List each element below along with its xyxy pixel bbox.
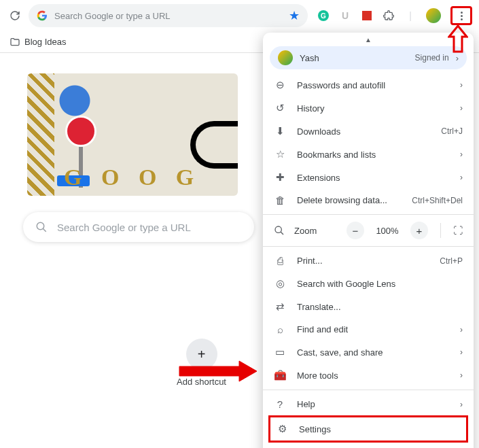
settings-highlight: ⚙Settings [268, 415, 468, 443]
menu-item-help[interactable]: ?Help› [263, 393, 474, 415]
svg-line-1 [43, 228, 46, 232]
menu-item-translate[interactable]: ⇄Translate... [263, 295, 474, 318]
zoom-icon [274, 225, 285, 236]
toolbox-icon: 🧰 [274, 369, 286, 381]
folder-icon [10, 37, 20, 48]
menu-item-bookmarks-and-lists[interactable]: ☆Bookmarks and lists› [263, 143, 474, 166]
chevron-right-icon: › [460, 371, 463, 380]
menu-item-label: Cast, save, and share [297, 347, 449, 358]
zoom-label: Zoom [294, 226, 337, 236]
chevron-right-icon: › [460, 400, 463, 409]
menu-item-label: Bookmarks and lists [297, 150, 449, 160]
help-icon: ? [274, 398, 286, 410]
profile-row[interactable]: Yash Signed in › [270, 46, 467, 69]
menu-shortcut: Ctrl+Shift+Del [412, 196, 463, 205]
download-icon: ⬇ [274, 125, 286, 137]
menu-item-print[interactable]: ⎙Print...Ctrl+P [263, 249, 474, 272]
chevron-right-icon: › [460, 325, 463, 334]
extensions-puzzle-icon[interactable] [383, 10, 395, 22]
zoom-row: Zoom − 100% + ⛶ [263, 218, 474, 243]
zoom-out-button[interactable]: − [347, 222, 364, 239]
chevron-right-icon: › [460, 173, 463, 182]
profile-avatar[interactable] [426, 8, 441, 23]
fullscreen-button[interactable]: ⛶ [453, 225, 463, 236]
star-icon: ☆ [274, 148, 286, 160]
chevron-right-icon: › [460, 150, 463, 159]
cast-icon: ▭ [274, 346, 286, 358]
zoom-in-button[interactable]: + [410, 222, 428, 239]
menu-item-extensions[interactable]: ✚Extensions› [263, 166, 474, 189]
extension-u-icon[interactable]: U [339, 10, 351, 22]
annotation-arrow-right [177, 360, 258, 383]
menu-item-label: Search with Google Lens [297, 279, 463, 289]
chevron-up-icon[interactable]: ▲ [263, 37, 474, 44]
menu-item-find-and-edit[interactable]: ⌕Find and edit› [263, 318, 474, 341]
reload-button[interactable] [7, 7, 23, 24]
trash-icon: 🗑 [274, 194, 286, 206]
avatar-icon [278, 50, 293, 65]
menu-item-exit[interactable]: ⎋Exit [263, 443, 474, 448]
reload-icon [9, 10, 21, 22]
annotation-arrow-up [448, 24, 468, 54]
chevron-right-icon: › [460, 347, 463, 357]
bookmark-folder[interactable]: Blog Ideas [24, 37, 66, 47]
translate-icon: ⇄ [274, 300, 286, 313]
menu-item-label: Delete browsing data... [297, 195, 401, 205]
browser-toolbar: Search Google or type a URL ★ G U | [0, 0, 479, 31]
menu-item-label: Print... [297, 256, 429, 266]
zoom-value: 100% [374, 226, 401, 236]
menu-item-passwords-and-autofill[interactable]: ⊖Passwords and autofill› [263, 73, 474, 97]
search-icon [35, 221, 48, 233]
gear-icon: ⚙ [276, 423, 288, 435]
menu-item-search-with-google-lens[interactable]: ◎Search with Google Lens [263, 272, 474, 295]
menu-item-more-tools[interactable]: 🧰More tools› [263, 364, 474, 387]
menu-item-label: Help [297, 399, 449, 409]
svg-point-2 [275, 226, 281, 232]
puzzle-icon: ✚ [274, 171, 286, 184]
ntp-search-placeholder: Search Google or type a URL [57, 222, 191, 233]
menu-item-label: Extensions [297, 173, 449, 183]
chevron-right-icon: › [460, 80, 463, 90]
chrome-menu: ▲ Yash Signed in › ⊖Passwords and autofi… [263, 33, 474, 448]
menu-item-history[interactable]: ↺History› [263, 97, 474, 120]
profile-status: Signed in [415, 53, 449, 63]
extension-icons: G U | [313, 6, 472, 25]
menu-item-settings[interactable]: ⚙Settings [270, 417, 466, 441]
omnibox[interactable]: Search Google or type a URL ★ [29, 4, 308, 27]
key-icon: ⊖ [274, 79, 286, 91]
print-icon: ⎙ [274, 255, 286, 266]
menu-item-label: More tools [297, 371, 449, 381]
zoom-divider [440, 223, 441, 238]
google-doodle[interactable] [27, 73, 238, 196]
kebab-highlight [450, 6, 472, 25]
menu-separator [263, 390, 474, 390]
omnibox-placeholder: Search Google or type a URL [54, 11, 282, 21]
menu-separator [263, 214, 474, 215]
grammarly-icon[interactable]: G [317, 10, 330, 22]
menu-separator [263, 246, 474, 247]
lens-icon: ◎ [274, 277, 286, 290]
history-icon: ↺ [274, 102, 286, 114]
svg-line-3 [281, 232, 283, 235]
menu-item-delete-browsing-data[interactable]: 🗑Delete browsing data...Ctrl+Shift+Del [263, 189, 474, 211]
profile-name: Yash [300, 53, 408, 63]
menu-item-label: Passwords and autofill [297, 80, 449, 90]
menu-item-downloads[interactable]: ⬇DownloadsCtrl+J [263, 120, 474, 143]
toolbar-divider: | [404, 10, 416, 22]
menu-shortcut: Ctrl+P [440, 256, 463, 266]
menu-item-label: History [297, 103, 449, 114]
menu-shortcut: Ctrl+J [441, 126, 463, 136]
menu-item-label: Find and edit [297, 324, 449, 334]
ntp-search-box[interactable]: Search Google or type a URL [23, 212, 254, 242]
chevron-right-icon: › [460, 103, 463, 113]
menu-item-cast-save-and-share[interactable]: ▭Cast, save, and share› [263, 341, 474, 364]
bookmark-star-icon[interactable]: ★ [289, 8, 300, 23]
menu-item-label: Translate... [297, 302, 463, 312]
menu-item-label: Settings [299, 424, 461, 434]
google-logo-icon [37, 10, 48, 21]
extension-red-icon[interactable] [361, 10, 373, 22]
find-icon: ⌕ [274, 324, 286, 335]
chrome-menu-button[interactable] [455, 10, 467, 22]
menu-item-label: Downloads [297, 126, 430, 137]
svg-point-0 [37, 222, 44, 230]
